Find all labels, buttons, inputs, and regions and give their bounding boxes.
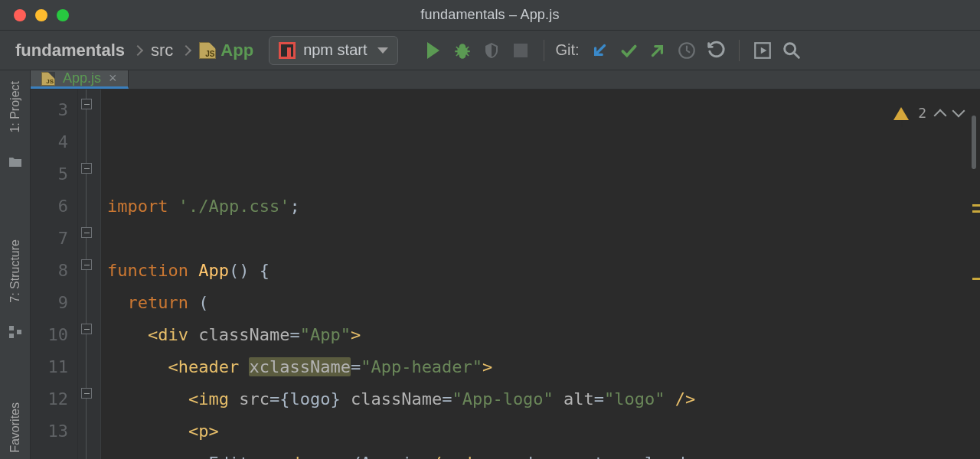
- code-line[interactable]: <div className="App">: [107, 319, 980, 351]
- breadcrumb-root[interactable]: fundamentals: [15, 41, 125, 60]
- main-toolbar: fundamentals src JS App npm start Git:: [0, 31, 980, 70]
- svg-rect-3: [9, 326, 14, 330]
- stop-icon: [514, 44, 528, 57]
- git-commit-button[interactable]: [616, 38, 641, 63]
- code-editor[interactable]: 345678910111213 2 import './App.css'; fu…: [31, 90, 980, 459]
- window-minimize-button[interactable]: [35, 9, 47, 21]
- breadcrumb-src[interactable]: src: [151, 41, 173, 60]
- js-file-icon: JS: [41, 72, 55, 86]
- line-number: 8: [31, 255, 68, 287]
- code-line[interactable]: import './App.css';: [107, 190, 980, 223]
- search-everywhere-button[interactable]: [779, 38, 804, 63]
- fold-toggle[interactable]: [81, 388, 92, 399]
- git-label: Git:: [555, 41, 579, 59]
- chevron-right-icon: [132, 44, 143, 55]
- stop-button[interactable]: [508, 38, 533, 63]
- window-zoom-button[interactable]: [57, 9, 69, 21]
- fold-toggle[interactable]: [81, 99, 92, 109]
- run-anything-icon: [753, 41, 773, 60]
- warning-icon: [893, 107, 909, 120]
- chevron-right-icon: [181, 44, 191, 55]
- next-problem-button[interactable]: [952, 105, 965, 118]
- code-line[interactable]: [107, 223, 980, 255]
- editor-inspection-widget[interactable]: 2: [893, 97, 963, 129]
- git-pull-button[interactable]: [587, 38, 612, 63]
- rail-structure-tab[interactable]: 7: Structure: [8, 239, 22, 303]
- window-titlebar: fundamentals – App.js: [0, 0, 980, 31]
- code-line[interactable]: <p>: [107, 415, 980, 448]
- run-anything-button[interactable]: [750, 38, 775, 63]
- arrow-down-left-icon: [590, 41, 609, 60]
- rail-project-tab[interactable]: 1: Project: [8, 81, 22, 133]
- run-configuration-select[interactable]: npm start: [269, 36, 398, 65]
- scrollbar-thumb[interactable]: [972, 116, 976, 169]
- line-number: 9: [31, 287, 68, 319]
- fold-toggle[interactable]: [81, 163, 92, 174]
- arrow-up-right-icon: [648, 41, 668, 60]
- history-icon: [677, 41, 697, 60]
- structure-icon: [8, 325, 22, 341]
- line-number: 11: [31, 351, 68, 383]
- line-number: 13: [31, 415, 68, 448]
- editor-tab-app-js[interactable]: JS App.js ×: [31, 70, 129, 89]
- debug-button[interactable]: [450, 38, 475, 63]
- js-file-icon: JS: [199, 42, 216, 59]
- editor-tabstrip: JS App.js ×: [31, 70, 980, 90]
- folder-icon: [8, 156, 23, 171]
- toolbar-divider: [544, 40, 544, 61]
- line-number: 12: [31, 383, 68, 415]
- line-number-gutter: 345678910111213: [31, 90, 78, 459]
- play-icon: [427, 42, 439, 59]
- code-line[interactable]: <img src={logo} className="App-logo" alt…: [107, 383, 980, 415]
- dropdown-caret-icon: [377, 47, 388, 54]
- prev-problem-button[interactable]: [934, 109, 947, 122]
- toolbar-divider: [739, 40, 740, 61]
- run-button[interactable]: [421, 38, 446, 63]
- line-number: 6: [31, 190, 68, 223]
- line-number: 7: [31, 223, 68, 255]
- rail-favorites-tab[interactable]: Favorites: [8, 402, 22, 453]
- svg-rect-5: [17, 330, 21, 334]
- line-number: 5: [31, 158, 68, 190]
- npm-icon: [279, 42, 296, 59]
- git-push-button[interactable]: [645, 38, 670, 63]
- bug-icon: [452, 41, 472, 60]
- run-with-coverage-button[interactable]: [479, 38, 504, 63]
- breadcrumb-file[interactable]: JS App: [199, 41, 253, 60]
- line-number: 10: [31, 319, 68, 351]
- code-line[interactable]: return (: [107, 287, 980, 319]
- fold-toggle[interactable]: [81, 227, 92, 238]
- warning-count: 2: [918, 97, 926, 129]
- git-history-button[interactable]: [675, 38, 699, 63]
- vertical-scrollbar[interactable]: [969, 90, 978, 459]
- code-line[interactable]: <header xclassName="App-header">: [107, 351, 980, 383]
- tool-window-rail-left: 1: Project 7: Structure Favorites: [0, 70, 31, 459]
- code-line[interactable]: Edit <code>src/App.js</code> and save to…: [107, 448, 980, 459]
- tab-filename: App.js: [63, 70, 101, 86]
- undo-button[interactable]: [704, 38, 728, 63]
- fold-gutter: [78, 90, 101, 459]
- fold-toggle[interactable]: [81, 259, 92, 270]
- tab-close-button[interactable]: ×: [109, 70, 117, 86]
- fold-toggle[interactable]: [81, 324, 92, 334]
- coverage-icon: [482, 41, 501, 60]
- window-title: fundamentals – App.js: [420, 7, 559, 23]
- code-content[interactable]: 2 import './App.css'; function App() { r…: [101, 90, 980, 459]
- svg-rect-4: [9, 334, 14, 338]
- line-number: 4: [31, 126, 68, 158]
- run-config-label: npm start: [303, 41, 367, 59]
- checkmark-icon: [619, 41, 639, 60]
- code-line[interactable]: function App() {: [107, 255, 980, 287]
- line-number: 3: [31, 94, 68, 126]
- search-icon: [781, 40, 802, 61]
- window-close-button[interactable]: [14, 9, 26, 21]
- undo-icon: [705, 40, 727, 61]
- breadcrumb: fundamentals src JS App: [15, 41, 253, 60]
